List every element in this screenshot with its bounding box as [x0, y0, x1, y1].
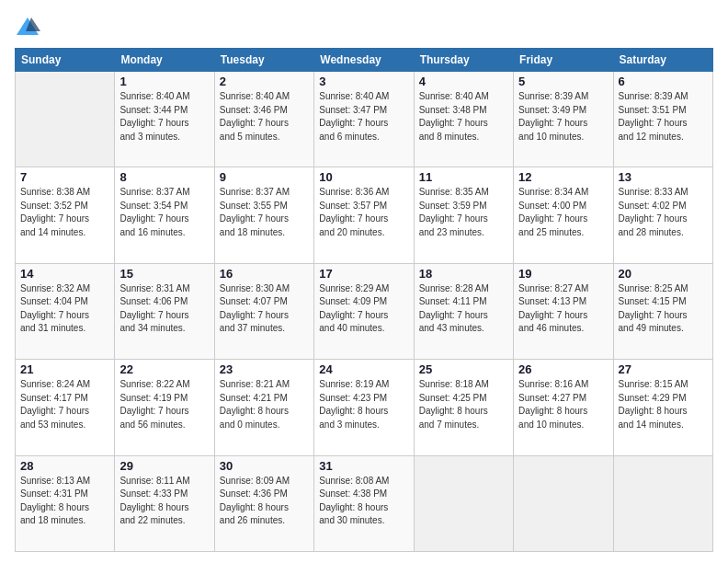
calendar-cell: 31Sunrise: 8:08 AM Sunset: 4:38 PM Dayli…: [314, 455, 414, 551]
calendar-cell: 26Sunrise: 8:16 AM Sunset: 4:27 PM Dayli…: [514, 360, 613, 455]
day-number: 23: [220, 362, 309, 376]
day-number: 7: [20, 170, 109, 184]
day-number: 16: [220, 267, 309, 281]
day-number: 21: [20, 362, 109, 376]
calendar-cell: [514, 455, 613, 551]
day-number: 19: [518, 267, 608, 281]
day-info: Sunrise: 8:30 AM Sunset: 4:07 PM Dayligh…: [220, 282, 309, 336]
day-number: 8: [119, 170, 209, 184]
day-info: Sunrise: 8:29 AM Sunset: 4:09 PM Dayligh…: [319, 282, 408, 336]
column-header-saturday: Saturday: [613, 49, 712, 72]
day-info: Sunrise: 8:21 AM Sunset: 4:21 PM Dayligh…: [220, 378, 309, 431]
calendar-week-row: 14Sunrise: 8:32 AM Sunset: 4:04 PM Dayli…: [16, 263, 713, 359]
day-info: Sunrise: 8:35 AM Sunset: 3:59 PM Dayligh…: [419, 186, 508, 239]
day-info: Sunrise: 8:39 AM Sunset: 3:49 PM Dayligh…: [518, 90, 608, 144]
day-info: Sunrise: 8:16 AM Sunset: 4:27 PM Dayligh…: [518, 378, 608, 431]
day-info: Sunrise: 8:39 AM Sunset: 3:51 PM Dayligh…: [619, 90, 708, 144]
day-number: 20: [619, 267, 708, 281]
calendar-cell: 12Sunrise: 8:34 AM Sunset: 4:00 PM Dayli…: [514, 167, 613, 263]
calendar-cell: 10Sunrise: 8:36 AM Sunset: 3:57 PM Dayli…: [314, 167, 414, 263]
day-number: 10: [319, 170, 408, 184]
day-info: Sunrise: 8:37 AM Sunset: 3:54 PM Dayligh…: [119, 186, 209, 239]
calendar-cell: 13Sunrise: 8:33 AM Sunset: 4:02 PM Dayli…: [613, 167, 712, 263]
day-info: Sunrise: 8:25 AM Sunset: 4:15 PM Dayligh…: [619, 282, 708, 336]
calendar-cell: 21Sunrise: 8:24 AM Sunset: 4:17 PM Dayli…: [16, 360, 115, 455]
header: [15, 15, 713, 40]
day-info: Sunrise: 8:40 AM Sunset: 3:44 PM Dayligh…: [119, 90, 209, 144]
calendar-cell: 18Sunrise: 8:28 AM Sunset: 4:11 PM Dayli…: [414, 263, 513, 359]
day-number: 3: [319, 75, 408, 88]
calendar-week-row: 28Sunrise: 8:13 AM Sunset: 4:31 PM Dayli…: [16, 455, 713, 551]
calendar-cell: [414, 455, 513, 551]
day-number: 4: [419, 75, 508, 88]
calendar-table: SundayMondayTuesdayWednesdayThursdayFrid…: [15, 48, 713, 552]
calendar-cell: 25Sunrise: 8:18 AM Sunset: 4:25 PM Dayli…: [414, 360, 513, 455]
day-number: 30: [220, 459, 309, 473]
logo-icon: [15, 15, 40, 40]
day-number: 9: [220, 170, 309, 184]
calendar-week-row: 1Sunrise: 8:40 AM Sunset: 3:44 PM Daylig…: [16, 72, 713, 167]
calendar-cell: [16, 72, 115, 167]
calendar-cell: 22Sunrise: 8:22 AM Sunset: 4:19 PM Dayli…: [115, 360, 214, 455]
day-number: 27: [619, 362, 708, 376]
day-info: Sunrise: 8:32 AM Sunset: 4:04 PM Dayligh…: [20, 282, 109, 336]
day-number: 31: [319, 459, 408, 473]
calendar-week-row: 7Sunrise: 8:38 AM Sunset: 3:52 PM Daylig…: [16, 167, 713, 263]
calendar-cell: 17Sunrise: 8:29 AM Sunset: 4:09 PM Dayli…: [314, 263, 414, 359]
calendar-page: SundayMondayTuesdayWednesdayThursdayFrid…: [0, 0, 728, 563]
calendar-cell: 28Sunrise: 8:13 AM Sunset: 4:31 PM Dayli…: [16, 455, 115, 551]
calendar-cell: 6Sunrise: 8:39 AM Sunset: 3:51 PM Daylig…: [613, 72, 712, 167]
calendar-cell: 27Sunrise: 8:15 AM Sunset: 4:29 PM Dayli…: [613, 360, 712, 455]
calendar-cell: 4Sunrise: 8:40 AM Sunset: 3:48 PM Daylig…: [414, 72, 513, 167]
day-number: 22: [119, 362, 209, 376]
day-number: 28: [20, 459, 109, 473]
day-info: Sunrise: 8:37 AM Sunset: 3:55 PM Dayligh…: [220, 186, 309, 239]
day-number: 6: [619, 75, 708, 88]
column-header-thursday: Thursday: [414, 49, 513, 72]
calendar-cell: 11Sunrise: 8:35 AM Sunset: 3:59 PM Dayli…: [414, 167, 513, 263]
calendar-cell: 15Sunrise: 8:31 AM Sunset: 4:06 PM Dayli…: [115, 263, 214, 359]
calendar-cell: 20Sunrise: 8:25 AM Sunset: 4:15 PM Dayli…: [613, 263, 712, 359]
day-number: 11: [419, 170, 508, 184]
day-number: 24: [319, 362, 408, 376]
calendar-cell: 24Sunrise: 8:19 AM Sunset: 4:23 PM Dayli…: [314, 360, 414, 455]
column-header-sunday: Sunday: [16, 49, 115, 72]
calendar-cell: 14Sunrise: 8:32 AM Sunset: 4:04 PM Dayli…: [16, 263, 115, 359]
day-info: Sunrise: 8:38 AM Sunset: 3:52 PM Dayligh…: [20, 186, 109, 239]
calendar-cell: 2Sunrise: 8:40 AM Sunset: 3:46 PM Daylig…: [214, 72, 313, 167]
day-number: 26: [518, 362, 608, 376]
day-number: 18: [419, 267, 508, 281]
day-info: Sunrise: 8:27 AM Sunset: 4:13 PM Dayligh…: [518, 282, 608, 336]
calendar-cell: 8Sunrise: 8:37 AM Sunset: 3:54 PM Daylig…: [115, 167, 214, 263]
column-header-wednesday: Wednesday: [314, 49, 414, 72]
calendar-cell: 7Sunrise: 8:38 AM Sunset: 3:52 PM Daylig…: [16, 167, 115, 263]
day-number: 12: [518, 170, 608, 184]
day-number: 17: [319, 267, 408, 281]
calendar-cell: 3Sunrise: 8:40 AM Sunset: 3:47 PM Daylig…: [314, 72, 414, 167]
calendar-cell: 30Sunrise: 8:09 AM Sunset: 4:36 PM Dayli…: [214, 455, 313, 551]
day-info: Sunrise: 8:08 AM Sunset: 4:38 PM Dayligh…: [319, 475, 408, 528]
calendar-header-row: SundayMondayTuesdayWednesdayThursdayFrid…: [16, 49, 713, 72]
day-number: 14: [20, 267, 109, 281]
logo: [15, 15, 44, 40]
calendar-cell: 16Sunrise: 8:30 AM Sunset: 4:07 PM Dayli…: [214, 263, 313, 359]
calendar-week-row: 21Sunrise: 8:24 AM Sunset: 4:17 PM Dayli…: [16, 360, 713, 455]
column-header-monday: Monday: [115, 49, 214, 72]
day-info: Sunrise: 8:22 AM Sunset: 4:19 PM Dayligh…: [119, 378, 209, 431]
calendar-cell: [613, 455, 712, 551]
day-info: Sunrise: 8:40 AM Sunset: 3:48 PM Dayligh…: [419, 90, 508, 144]
day-number: 13: [619, 170, 708, 184]
day-info: Sunrise: 8:40 AM Sunset: 3:46 PM Dayligh…: [220, 90, 309, 144]
calendar-cell: 9Sunrise: 8:37 AM Sunset: 3:55 PM Daylig…: [214, 167, 313, 263]
day-number: 5: [518, 75, 608, 88]
calendar-cell: 23Sunrise: 8:21 AM Sunset: 4:21 PM Dayli…: [214, 360, 313, 455]
day-info: Sunrise: 8:31 AM Sunset: 4:06 PM Dayligh…: [119, 282, 209, 336]
day-info: Sunrise: 8:15 AM Sunset: 4:29 PM Dayligh…: [619, 378, 708, 431]
day-info: Sunrise: 8:36 AM Sunset: 3:57 PM Dayligh…: [319, 186, 408, 239]
day-info: Sunrise: 8:40 AM Sunset: 3:47 PM Dayligh…: [319, 90, 408, 144]
day-info: Sunrise: 8:19 AM Sunset: 4:23 PM Dayligh…: [319, 378, 408, 431]
calendar-cell: 19Sunrise: 8:27 AM Sunset: 4:13 PM Dayli…: [514, 263, 613, 359]
day-number: 15: [119, 267, 209, 281]
day-info: Sunrise: 8:34 AM Sunset: 4:00 PM Dayligh…: [518, 186, 608, 239]
day-info: Sunrise: 8:28 AM Sunset: 4:11 PM Dayligh…: [419, 282, 508, 336]
